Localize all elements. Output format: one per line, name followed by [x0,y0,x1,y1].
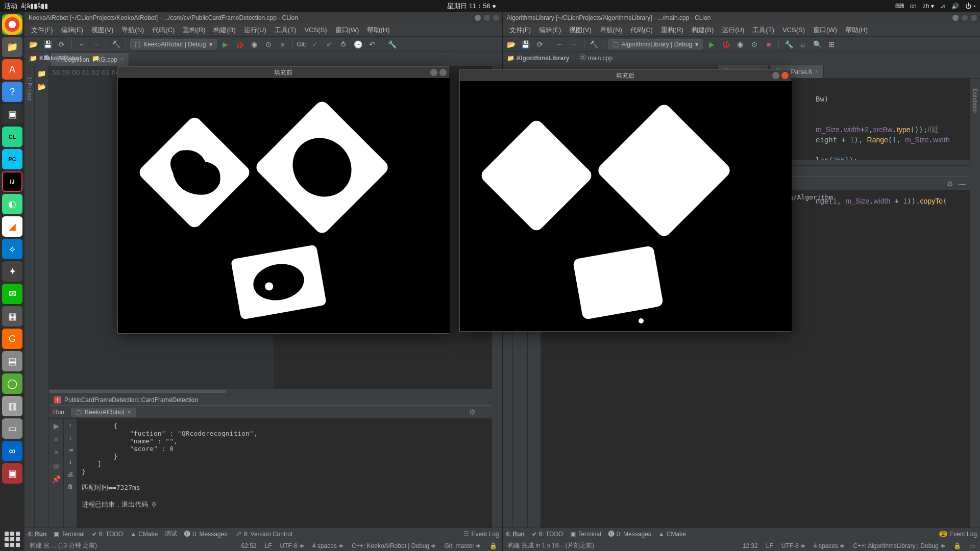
debug-icon[interactable]: 🐞 [234,39,246,50]
git-update-icon[interactable]: ✓ [309,39,321,50]
status-enc[interactable]: UTF-8 ≑ [280,542,304,549]
forward-icon[interactable]: → [90,39,102,50]
launcher-chrome[interactable] [2,14,22,35]
status-trash-icon[interactable]: ▭ [969,542,975,549]
menu-tools[interactable]: 工具(T) [749,24,778,36]
bottom-run[interactable]: 4: Run [506,531,525,538]
print-icon[interactable]: 🖨 [67,471,74,478]
status-git[interactable]: Git: master ≑ [444,542,481,549]
build-icon[interactable]: 🔨 [589,39,600,50]
status-lock-icon[interactable]: 🔒 [489,542,497,549]
max-icon[interactable] [962,15,968,21]
status-lock-icon[interactable]: 🔒 [953,542,961,549]
wrap-icon[interactable]: ⇥ [68,446,73,454]
volume-icon[interactable]: 🔊 [951,3,959,10]
settings-icon[interactable]: 🔧 [386,39,398,50]
git-diff-icon[interactable]: ⥁ [338,39,349,50]
menu-window[interactable]: 窗口(W) [332,24,363,36]
menu-edit[interactable]: 编辑(E) [535,24,565,36]
launcher-calculator[interactable]: ▦ [2,306,22,327]
bottom-todo[interactable]: ✔ 6: TODO [532,531,564,538]
pin-icon[interactable]: 📌 [52,475,61,483]
bottom-terminal[interactable]: ▣ Terminal [570,531,601,538]
build-icon[interactable]: 🔨 [110,39,121,50]
scroll-icon[interactable]: ⤓ [68,459,73,466]
folder-icon[interactable]: 📁 [37,69,46,78]
launcher-app-g[interactable]: G [2,329,22,349]
launcher-app-f[interactable]: ∞ [2,441,22,461]
save-icon[interactable]: 💾 [520,39,531,50]
stop-run-icon[interactable]: ■ [54,435,58,443]
search-everywhere-icon[interactable]: ⌕ [797,39,808,50]
launcher-terminal[interactable]: ▣ [2,104,22,124]
app-indicator[interactable]: å¦å▮▮å▮▮ [21,2,48,10]
launcher-android-studio[interactable]: ◐ [2,194,22,214]
menu-vcs[interactable]: VCS(S) [779,25,808,35]
menu-vcs[interactable]: VCS(S) [301,25,330,35]
menu-file[interactable]: 文件(F) [506,24,535,36]
status-indent[interactable]: 4 spaces ≑ [312,542,344,549]
launcher-intellij[interactable]: IJ [2,171,22,192]
launcher-app-e[interactable]: ▭ [2,418,22,439]
run-settings-icon[interactable]: ⚙ [469,408,476,416]
preview-window-before[interactable]: 填充前 [117,66,449,334]
menu-tools[interactable]: 工具(T) [271,24,300,36]
min-icon[interactable] [772,72,779,79]
coverage-icon[interactable]: ◉ [249,39,260,50]
max-icon[interactable] [484,15,490,21]
profile-icon[interactable]: ⊙ [749,39,760,50]
bottom-eventlog[interactable]: ☰ Event Log [463,531,499,538]
status-enc[interactable]: UTF-8 ≑ [781,542,805,549]
bottom-cmake[interactable]: ▲ CMake [130,531,158,538]
status-indent[interactable]: 4 spaces ≑ [814,542,845,549]
network-icon[interactable]: ⊿ [940,3,945,10]
run-output-left[interactable]: { "fuction" : "QRcoderecognition", "name… [77,419,492,528]
git-commit-icon[interactable]: ✔ [324,39,335,50]
status-context[interactable]: C++: AlgorithmsLibrary | Debug ≑ [853,542,945,549]
launcher-matlab[interactable]: ◢ [2,216,22,237]
back-icon[interactable]: ← [76,39,87,50]
menu-navigate[interactable]: 导航(N) [596,24,626,36]
keyboard-icon[interactable]: ⌨ [895,3,904,10]
menu-view[interactable]: 视图(V) [88,24,117,36]
status-pos[interactable]: 62:52 [241,542,256,549]
menu-help[interactable]: 帮助(H) [842,24,871,36]
bottom-vcs[interactable]: ⎇ 9: Version Control [234,531,292,538]
menu-navigate[interactable]: 导航(N) [118,24,148,36]
launcher-pycharm[interactable]: PC [2,149,22,169]
close-icon[interactable] [971,15,977,21]
settings-icon[interactable]: 🔧 [783,39,794,50]
bottom-cmake[interactable]: ▲ CMake [658,531,686,538]
launcher-app-a[interactable]: ✦ [2,261,22,282]
launcher-app-h[interactable]: ▣ [2,463,22,484]
folder-icon[interactable]: 📂 [37,83,46,91]
debug-icon[interactable]: 🐞 [720,39,731,50]
run-hide-icon[interactable]: — [481,408,488,416]
menu-build[interactable]: 构建(B) [210,24,239,36]
status-lf[interactable]: LF [766,542,773,549]
up-icon[interactable]: ↑ [69,422,72,429]
input-lang-1[interactable]: cn [910,3,917,10]
bottom-eventlog[interactable]: 2 Event Log [939,531,977,538]
menu-help[interactable]: 帮助(H) [363,24,393,36]
git-history-icon[interactable]: 🕒 [352,39,363,50]
preview-window-after[interactable]: 填充后 [459,69,791,332]
launcher-app-b[interactable]: ▤ [2,351,22,371]
menu-window[interactable]: 窗口(W) [810,24,841,36]
launcher-files[interactable]: 📁 [2,37,22,57]
git-revert-icon[interactable]: ↶ [366,39,378,50]
layout2-icon[interactable]: ⊞ [53,462,59,470]
code-nav-left[interactable]: fPublicCardFrameDetection::CardFrameDete… [49,394,492,405]
status-context[interactable]: C++: KeekoAIRobot | Debug ≑ [352,542,436,549]
sidebar-left-strip[interactable]: 1: Project [24,66,35,528]
bottom-run[interactable]: 4: Run [28,531,46,538]
menu-code[interactable]: 代码(C) [149,24,178,36]
run-icon[interactable]: ▶ [706,39,717,50]
down-icon[interactable]: ↓ [69,434,72,441]
power-icon[interactable]: ⏻ ▾ [965,3,976,10]
crumb-file[interactable]: main.cpp [588,55,613,62]
menu-refactor[interactable]: 重构(R) [657,24,687,36]
back-icon[interactable]: ← [554,39,566,50]
status-pos[interactable]: 12:32 [743,542,758,549]
menu-build[interactable]: 构建(B) [688,24,717,36]
